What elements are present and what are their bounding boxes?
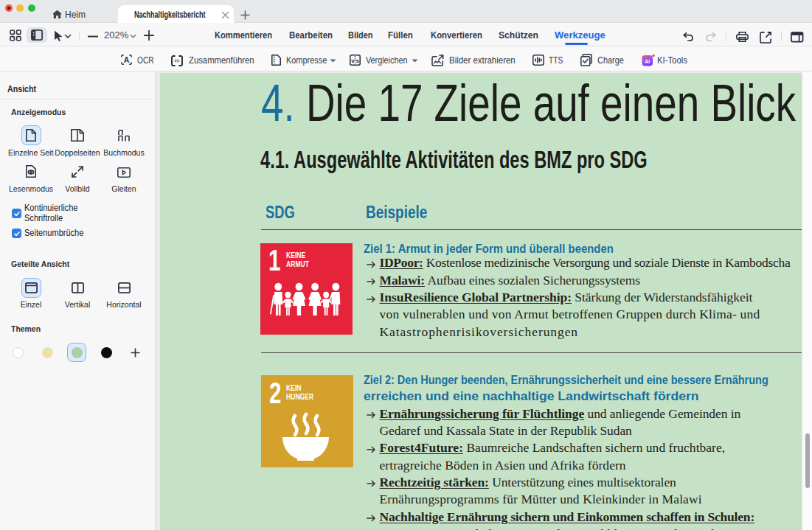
- svg-text:s: s: [356, 57, 360, 64]
- svg-text:KEIN: KEIN: [286, 383, 301, 392]
- svg-text:HUNGER: HUNGER: [286, 392, 313, 401]
- svg-text:ARMUT: ARMUT: [286, 259, 309, 268]
- svg-text:KEINE: KEINE: [286, 251, 306, 259]
- svg-text:A: A: [124, 55, 130, 64]
- svg-text:AI: AI: [645, 59, 650, 64]
- svg-text:1: 1: [268, 243, 280, 277]
- svg-text:v: v: [351, 57, 355, 64]
- svg-text:2: 2: [269, 376, 281, 410]
